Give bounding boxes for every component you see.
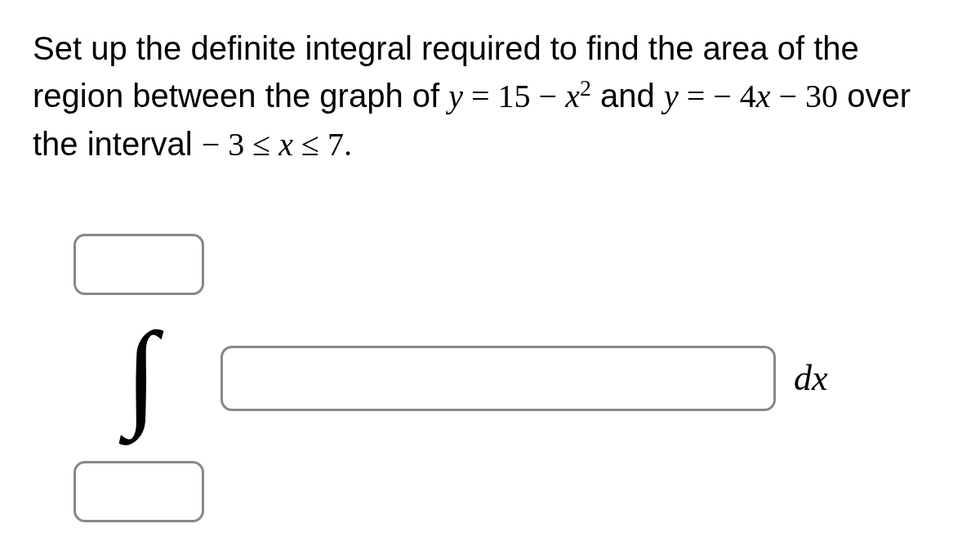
eq1-const: 15 [498,78,531,114]
eq2-rhs: − 4 [713,78,756,114]
question-text: Set up the definite integral required to… [33,25,947,168]
upper-bound-input[interactable] [74,234,204,295]
eq1-exp: 2 [580,75,591,101]
dx-x: x [812,358,828,398]
question-part2: and [591,78,664,114]
eq2-equals: = [679,78,714,114]
eq1-x: x [565,78,580,114]
lower-bound-input[interactable] [74,461,204,522]
eq1-minus: − [531,78,566,114]
eq2-rhs2: − 30 [771,78,839,114]
interval-b: ≤ 7. [293,126,352,163]
integral-input-area: ∫ dx [74,234,947,522]
eq1-y: y [448,78,463,114]
eq2-y: y [664,78,679,114]
dx-d: d [794,358,812,398]
bounds-column: ∫ [74,234,204,522]
integral-sign-icon: ∫ [125,324,158,424]
integrand-input[interactable] [220,346,776,411]
eq2-x: x [756,78,771,114]
interval-var: x [278,126,293,163]
dx-label: dx [794,357,828,399]
integrand-row: dx [220,346,828,411]
eq1-equals: = [463,78,498,114]
interval-a: − 3 ≤ [202,126,279,163]
